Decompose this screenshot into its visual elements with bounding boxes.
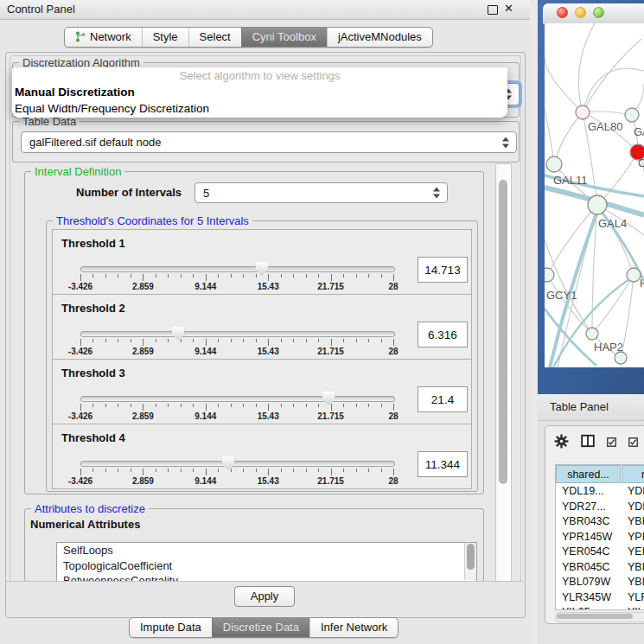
network-node[interactable] — [586, 328, 598, 340]
table-cell[interactable]: YER0 — [622, 545, 644, 560]
tick — [92, 469, 93, 472]
checkbox-icon[interactable] — [607, 435, 616, 450]
threshold-slider-track[interactable] — [80, 331, 395, 337]
table-cell[interactable]: YIL05... — [556, 605, 627, 610]
split-columns-icon[interactable] — [581, 434, 595, 451]
popup-item-equal-width-frequency-discretization[interactable]: Equal Width/Frequency Discretization — [12, 100, 507, 117]
tick — [318, 404, 319, 407]
tick — [256, 339, 257, 342]
bottom-tab-discretize-data[interactable]: Discretize Data — [212, 618, 309, 637]
threshold-slider-track[interactable] — [80, 396, 395, 402]
axis-label: 15.43 — [258, 411, 279, 421]
zoom-traffic-light-icon[interactable] — [593, 7, 604, 18]
threshold-row-1: Threshold 1-3.4262.8599.14415.4321.71528… — [52, 229, 472, 295]
table-cell[interactable]: YBR0 — [622, 560, 644, 576]
threshold-slider-track[interactable] — [80, 461, 395, 467]
tick — [168, 404, 169, 407]
table-cell[interactable]: YLR345W — [556, 590, 627, 606]
tick — [206, 274, 207, 281]
network-node[interactable] — [625, 108, 639, 122]
tick — [368, 404, 369, 407]
attributes-scrollbar[interactable] — [464, 543, 476, 580]
table-toolbar — [554, 434, 638, 451]
threshold-value-field[interactable]: 6.316 — [418, 322, 468, 348]
table-cell[interactable]: YPR145W — [556, 530, 627, 545]
settings-scrollbar-thumb[interactable] — [499, 180, 507, 484]
tick — [268, 404, 269, 411]
table-cell[interactable]: YDR2 — [622, 500, 644, 515]
network-node[interactable] — [546, 156, 562, 172]
tick — [331, 339, 332, 346]
attribute-item-selfloops[interactable]: SelfLoops — [57, 543, 476, 558]
tab-cyni-toolbox[interactable]: Cyni Toolbox — [241, 28, 327, 47]
apply-button[interactable]: Apply — [234, 586, 296, 607]
table-horizontal-scrollbar[interactable] — [555, 612, 644, 622]
table-cell[interactable]: YDL1 — [622, 484, 644, 500]
popup-item-manual-discretization[interactable]: Manual Discretization — [12, 84, 507, 100]
settings-scrollbar[interactable] — [495, 163, 512, 583]
tab-select[interactable]: Select — [188, 28, 241, 47]
axis-label: 2.859 — [132, 411, 154, 421]
network-node-label: GAL80 — [588, 120, 622, 133]
attribute-item-topologicalcoefficient[interactable]: TopologicalCoefficient — [57, 558, 476, 574]
attribute-item-betweennesscentrality[interactable]: BetweennessCentrality — [57, 573, 476, 581]
float-window-icon[interactable] — [488, 5, 498, 15]
tick — [156, 274, 156, 277]
minimize-traffic-light-icon[interactable] — [575, 7, 586, 18]
close-traffic-light-icon[interactable] — [557, 7, 568, 18]
checkbox-icon[interactable] — [628, 435, 638, 450]
bottom-tab-impute-data[interactable]: Impute Data — [130, 618, 212, 637]
tab-network[interactable]: Network — [65, 28, 142, 47]
axis-label: 21.715 — [317, 347, 344, 356]
network-node[interactable] — [576, 105, 590, 119]
tick — [293, 339, 294, 342]
gear-icon[interactable] — [554, 434, 569, 452]
tab-label: jActiveMNodules — [338, 30, 422, 43]
tick — [181, 274, 182, 277]
threshold-row-2: Threshold 2-3.4262.8599.14415.4321.71528… — [52, 294, 472, 360]
threshold-slider-track[interactable] — [80, 266, 395, 272]
table-cell[interactable]: YLR3 — [622, 590, 644, 606]
table-cell[interactable]: YBR0 — [622, 514, 644, 530]
table-cell[interactable]: YPR1 — [622, 530, 644, 545]
tab-jactivemnodules[interactable]: jActiveMNodules — [327, 28, 432, 47]
interval-definition-group-title: Interval Definition — [31, 165, 124, 178]
tick — [118, 404, 118, 407]
table-cell[interactable]: YBR043C — [556, 514, 627, 530]
table-cell[interactable]: YDL19... — [556, 484, 627, 500]
table-column-header-1[interactable]: shared... — [556, 465, 621, 483]
tick — [193, 469, 194, 472]
tick — [331, 404, 332, 411]
close-icon[interactable]: ✕ — [504, 2, 513, 15]
table-cell[interactable]: YBL0 — [622, 575, 644, 590]
network-node[interactable] — [615, 352, 627, 364]
network-canvas[interactable]: GAL80GACGAL11GAL4GCY1HHAP2 — [545, 23, 644, 367]
network-node[interactable] — [627, 268, 641, 282]
axis-label: 21.715 — [317, 411, 344, 421]
attributes-scrollbar-thumb[interactable] — [467, 544, 475, 570]
table-cell[interactable]: YIL0 — [622, 605, 644, 610]
threshold-value-field[interactable]: 21.4 — [418, 386, 468, 412]
top-tab-bar: NetworkStyleSelectCyni ToolboxjActiveMNo… — [64, 27, 433, 48]
network-node[interactable] — [545, 268, 554, 282]
network-node[interactable] — [588, 195, 607, 214]
number-of-intervals-combobox[interactable]: 5 — [194, 182, 448, 203]
tick — [181, 404, 182, 407]
table-column-header-2[interactable]: na — [622, 465, 644, 483]
tab-style[interactable]: Style — [142, 28, 188, 47]
table-cell[interactable]: YDR27... — [556, 500, 627, 515]
threshold-value-field[interactable]: 11.344 — [418, 451, 468, 477]
table-data-combobox[interactable]: galFiltered.sif default node — [21, 131, 517, 153]
numerical-attributes-list[interactable]: SelfLoopsTopologicalCoefficientBetweenne… — [56, 542, 477, 581]
table-horizontal-scrollbar-thumb[interactable] — [557, 614, 633, 619]
table-cell[interactable]: YER054C — [556, 545, 627, 560]
tick — [368, 469, 369, 472]
tick — [381, 404, 382, 407]
network-node-label: GAL11 — [553, 174, 588, 187]
bottom-tab-infer-network[interactable]: Infer Network — [309, 618, 398, 637]
table-cell[interactable]: YBR045C — [556, 560, 627, 576]
tick — [218, 469, 219, 472]
threshold-value-field[interactable]: 14.713 — [418, 257, 468, 283]
table-cell[interactable]: YBL079W — [556, 575, 627, 590]
tick — [206, 404, 207, 411]
